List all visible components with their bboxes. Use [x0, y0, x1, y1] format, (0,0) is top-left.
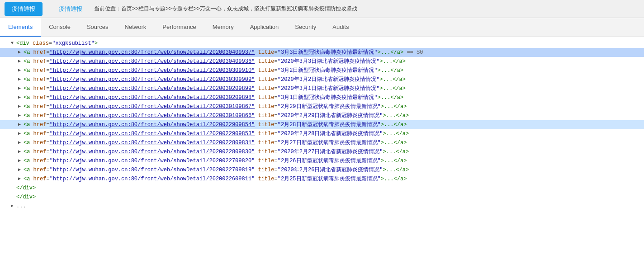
tab-performance[interactable]: Performance: [154, 18, 204, 37]
dom-line[interactable]: <a href="http://wjw.wuhan.gov.cn:80/fron…: [0, 120, 644, 129]
dom-line-content: </div>: [16, 193, 36, 201]
expand-triangle[interactable]: [18, 48, 23, 57]
dom-line-content: <div class="xxgksublist">: [16, 39, 98, 47]
dom-line[interactable]: <a href="http://wjw.wuhan.gov.cn:80/fron…: [0, 147, 644, 156]
dom-line[interactable]: <a href="http://wjw.wuhan.gov.cn:80/fron…: [0, 75, 644, 84]
browser-tabs: 疫情通报 疫情通报: [5, 2, 90, 16]
expand-triangle[interactable]: [18, 121, 23, 129]
tab-audits[interactable]: Audits: [324, 18, 357, 37]
dom-line[interactable]: <a href="http://wjw.wuhan.gov.cn:80/fron…: [0, 84, 644, 93]
expand-triangle[interactable]: [18, 57, 23, 66]
dom-line[interactable]: <a href="http://wjw.wuhan.gov.cn:80/fron…: [0, 129, 644, 138]
dom-line-content: <a href="http://wjw.wuhan.gov.cn:80/fron…: [24, 94, 403, 102]
browser-bar: 疫情通报 疫情通报 当前位置：首页>>栏目与专题>>专题专栏>>万众一心，众志成…: [0, 0, 644, 18]
tab-sources[interactable]: Sources: [79, 18, 117, 37]
dom-line-content: <a href="http://wjw.wuhan.gov.cn:80/fron…: [24, 75, 406, 84]
dom-line[interactable]: </div>: [0, 184, 644, 193]
dom-line[interactable]: <a href="http://wjw.wuhan.gov.cn:80/fron…: [0, 138, 644, 147]
dom-line-content: <a href="http://wjw.wuhan.gov.cn:80/fron…: [24, 85, 406, 93]
dom-line[interactable]: ...: [0, 202, 644, 211]
dom-line[interactable]: <a href="http://wjw.wuhan.gov.cn:80/fron…: [0, 111, 644, 120]
dom-line-content: <a href="http://wjw.wuhan.gov.cn:80/fron…: [24, 112, 409, 120]
tab-network[interactable]: Network: [117, 18, 155, 37]
dom-line[interactable]: <div class="xxgksublist">: [0, 39, 644, 48]
expand-triangle[interactable]: [18, 94, 23, 102]
dom-line[interactable]: <a href="http://wjw.wuhan.gov.cn:80/fron…: [0, 93, 644, 102]
expand-triangle[interactable]: [18, 175, 23, 183]
dom-line-content: ...: [16, 202, 26, 210]
expand-triangle[interactable]: [18, 157, 23, 165]
expand-triangle[interactable]: [18, 103, 23, 111]
dom-line-content: <a href="http://wjw.wuhan.gov.cn:80/fron…: [24, 121, 407, 129]
dom-line-content: <a href="http://wjw.wuhan.gov.cn:80/fron…: [24, 130, 409, 138]
tab-security[interactable]: Security: [287, 18, 324, 37]
expand-triangle[interactable]: [18, 66, 23, 75]
dom-line[interactable]: </div>: [0, 193, 644, 202]
dom-line[interactable]: <a href="http://wjw.wuhan.gov.cn:80/fron…: [0, 174, 644, 184]
breadcrumb: 当前位置：首页>>栏目与专题>>专题专栏>>万众一心，众志成城，坚决打赢新型冠状…: [94, 5, 639, 13]
expand-triangle[interactable]: [18, 148, 23, 156]
devtools-content: <div class="xxgksublist"><a href="http:/…: [0, 37, 644, 278]
dom-line-content: <a href="http://wjw.wuhan.gov.cn:80/fron…: [24, 139, 407, 147]
expand-triangle[interactable]: [11, 39, 15, 47]
dom-line[interactable]: <a href="http://wjw.wuhan.gov.cn:80/fron…: [0, 165, 644, 174]
expand-triangle[interactable]: [18, 75, 23, 84]
tab-elements[interactable]: Elements: [0, 18, 41, 37]
expand-triangle[interactable]: [18, 130, 23, 138]
dom-line[interactable]: <a href="http://wjw.wuhan.gov.cn:80/fron…: [0, 66, 644, 75]
expand-triangle[interactable]: [18, 139, 23, 147]
dom-line-content: <a href="http://wjw.wuhan.gov.cn:80/fron…: [24, 157, 407, 165]
dom-line-content: </div>: [16, 184, 36, 192]
expand-triangle[interactable]: [18, 112, 23, 120]
expand-triangle[interactable]: [18, 166, 23, 174]
dom-line[interactable]: <a href="http://wjw.wuhan.gov.cn:80/fron…: [0, 156, 644, 165]
dom-line-content: <a href="http://wjw.wuhan.gov.cn:80/fron…: [24, 48, 423, 57]
dom-line-content: <a href="http://wjw.wuhan.gov.cn:80/fron…: [24, 148, 409, 156]
inactive-tab[interactable]: 疫情通报: [52, 2, 90, 16]
dom-line-content: <a href="http://wjw.wuhan.gov.cn:80/fron…: [24, 103, 407, 111]
dom-line[interactable]: <a href="http://wjw.wuhan.gov.cn:80/fron…: [0, 102, 644, 111]
tab-memory[interactable]: Memory: [204, 18, 242, 37]
expand-triangle[interactable]: [11, 202, 15, 210]
tab-application[interactable]: Application: [242, 18, 287, 37]
devtools-tab-bar: Elements Console Sources Network Perform…: [0, 18, 644, 37]
dom-line-content: <a href="http://wjw.wuhan.gov.cn:80/fron…: [24, 175, 407, 183]
dom-line-content: <a href="http://wjw.wuhan.gov.cn:80/fron…: [24, 57, 406, 66]
dom-line-content: <a href="http://wjw.wuhan.gov.cn:80/fron…: [24, 166, 409, 174]
expand-triangle[interactable]: [18, 85, 23, 93]
tab-console[interactable]: Console: [41, 18, 79, 37]
dom-line[interactable]: <a href="http://wjw.wuhan.gov.cn:80/fron…: [0, 48, 644, 57]
active-tab[interactable]: 疫情通报: [5, 2, 43, 16]
dom-line-content: <a href="http://wjw.wuhan.gov.cn:80/fron…: [24, 66, 403, 75]
dom-line[interactable]: <a href="http://wjw.wuhan.gov.cn:80/fron…: [0, 57, 644, 66]
